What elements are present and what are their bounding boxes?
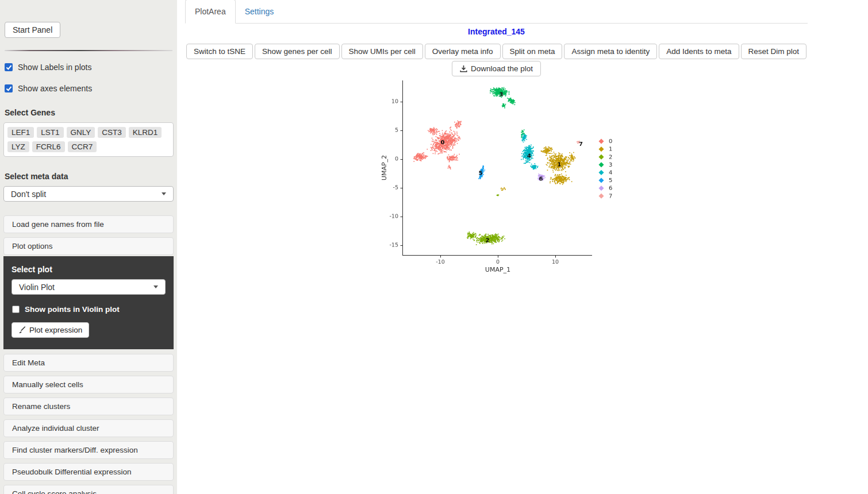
split-on-meta-button[interactable]: Split on meta: [502, 44, 563, 59]
checkbox-row: Show axes elements: [5, 84, 174, 93]
chevron-down-icon: [153, 285, 158, 288]
find-cluster-markers-diff-expression-button[interactable]: Find cluster markers/Diff. expression: [3, 441, 174, 459]
select-meta-label: Select meta data: [5, 172, 174, 181]
tab-settings[interactable]: Settings: [236, 0, 283, 23]
chevron-down-icon: [162, 192, 166, 195]
rename-clusters-button[interactable]: Rename clusters: [3, 397, 174, 415]
gene-tags-input[interactable]: LEF1LST1GNLYCST3KLRD1LYZFCRL6CCR7: [3, 122, 174, 157]
add-idents-to-meta-button[interactable]: Add Idents to meta: [659, 44, 739, 59]
download-icon: [460, 65, 467, 72]
plot-options-button[interactable]: Plot options: [3, 237, 174, 255]
show-labels-in-plots-checkbox[interactable]: [5, 63, 13, 71]
overlay-meta-info-button[interactable]: Overlay meta info: [425, 44, 501, 59]
gene-tag[interactable]: KLRD1: [129, 127, 162, 138]
sidebar: Start Panel Show Labels in plotsShow axe…: [0, 0, 177, 494]
plot-type-select[interactable]: Violin Plot: [11, 279, 166, 295]
gene-tag[interactable]: LYZ: [7, 141, 29, 152]
gene-tag[interactable]: FCRL6: [32, 141, 65, 152]
reset-dim-plot-button[interactable]: Reset Dim plot: [741, 44, 807, 59]
pseudobulk-differential-expression-button[interactable]: Pseudobulk Differential expression: [3, 463, 174, 481]
switch-to-tsne-button[interactable]: Switch to tSNE: [186, 44, 253, 59]
plot-title: Integrated_145: [185, 27, 808, 36]
download-plot-label: Download the plot: [471, 64, 533, 73]
umap-plot[interactable]: [379, 76, 621, 277]
app-root: Start Panel Show Labels in plotsShow axe…: [0, 0, 868, 494]
tab-plotarea[interactable]: PlotArea: [185, 0, 236, 24]
tab-bar: PlotAreaSettings: [185, 0, 808, 24]
checkbox-label: Show Labels in plots: [18, 63, 91, 72]
main-area: PlotAreaSettings Integrated_145 Switch t…: [185, 0, 808, 494]
checkbox-label: Show axes elements: [18, 84, 92, 93]
analyze-individual-cluster-button[interactable]: Analyze individual cluster: [3, 419, 174, 437]
sidebar-action-buttons: Edit MetaManually select cellsRename clu…: [3, 354, 174, 494]
gene-tag[interactable]: CST3: [98, 127, 126, 138]
gene-tag[interactable]: LEF1: [7, 127, 34, 138]
plot-options-panel: Select plot Violin Plot Show points in V…: [3, 256, 174, 349]
sidebar-checkbox-group: Show Labels in plotsShow axes elements: [3, 63, 174, 93]
plot-expression-label: Plot expression: [29, 326, 82, 334]
plot-type-select-value: Violin Plot: [19, 283, 55, 292]
sidebar-divider: [5, 50, 172, 51]
show-axes-elements-checkbox[interactable]: [5, 84, 13, 92]
gene-tag[interactable]: LST1: [37, 127, 63, 138]
gene-tag[interactable]: GNLY: [67, 127, 95, 138]
load-gene-names-button[interactable]: Load gene names from file: [3, 215, 174, 233]
gene-tag[interactable]: CCR7: [68, 141, 97, 152]
edit-meta-button[interactable]: Edit Meta: [3, 354, 174, 372]
checkbox-row: Show Labels in plots: [5, 63, 174, 72]
umap-canvas: [379, 76, 621, 277]
paintbrush-icon: [18, 326, 26, 334]
plot-toolbar: Switch to tSNEShow genes per cellShow UM…: [185, 44, 808, 59]
select-genes-label: Select Genes: [5, 108, 174, 117]
meta-select[interactable]: Don't split: [3, 186, 174, 202]
download-plot-button[interactable]: Download the plot: [452, 61, 541, 76]
cell-cycle-score-analysis-button[interactable]: Cell cycle score analysis: [3, 485, 174, 494]
meta-select-value: Don't split: [11, 190, 46, 199]
plot-expression-button[interactable]: Plot expression: [11, 322, 89, 338]
show-genes-per-cell-button[interactable]: Show genes per cell: [255, 44, 340, 59]
assign-meta-to-identity-button[interactable]: Assign meta to identity: [564, 44, 657, 59]
manually-select-cells-button[interactable]: Manually select cells: [3, 376, 174, 393]
show-umis-per-cell-button[interactable]: Show UMIs per cell: [341, 44, 423, 59]
show-points-checkbox[interactable]: [12, 306, 20, 313]
start-panel-button[interactable]: Start Panel: [5, 22, 60, 38]
show-points-label: Show points in Violin plot: [25, 305, 120, 314]
select-plot-label: Select plot: [11, 265, 166, 274]
